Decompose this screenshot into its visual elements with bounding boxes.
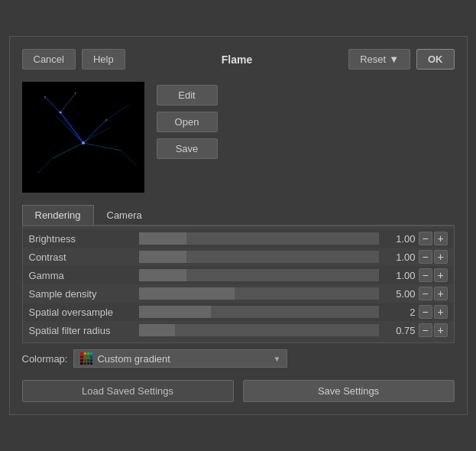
colormap-row: Colormap: Custom gradient [22, 343, 455, 371]
spatial-filter-radius-controls: − + [419, 323, 448, 337]
help-button[interactable]: Help [82, 49, 125, 70]
svg-point-11 [59, 112, 61, 114]
brightness-value: 1.00 [385, 233, 416, 245]
brightness-decrement[interactable]: − [419, 232, 432, 245]
spatial-filter-radius-decrement[interactable]: − [419, 323, 432, 337]
gamma-decrement[interactable]: − [419, 268, 432, 282]
spatial-filter-radius-increment[interactable]: + [434, 323, 448, 337]
contrast-controls: − + [419, 250, 448, 264]
gamma-increment[interactable]: + [434, 268, 448, 282]
flame-preview [22, 82, 144, 193]
contrast-increment[interactable]: + [434, 250, 448, 264]
content-area: Edit Open Save [22, 82, 455, 193]
colormap-label: Colormap: [22, 353, 68, 365]
preview-actions: Edit Open Save [157, 82, 218, 193]
spatial-oversample-label: Spatial oversample [29, 307, 136, 318]
svg-point-13 [44, 96, 46, 98]
save-preview-button[interactable]: Save [157, 138, 218, 159]
load-settings-button[interactable]: Load Saved Settings [22, 380, 234, 402]
svg-rect-0 [22, 82, 144, 193]
contrast-label: Contrast [29, 251, 136, 263]
dialog-footer: Load Saved Settings Save Settings [22, 371, 455, 402]
spatial-filter-radius-label: Spatial filter radius [29, 325, 136, 336]
contrast-slider[interactable] [139, 251, 379, 263]
spatial-filter-radius-slider[interactable] [139, 324, 379, 336]
spatial-filter-radius-value: 0.75 [385, 325, 416, 336]
spatial-oversample-value: 2 [385, 307, 416, 318]
header-right: Reset ▼ OK [348, 49, 454, 70]
sample-density-controls: − + [419, 287, 448, 300]
svg-point-14 [75, 92, 76, 94]
colormap-select[interactable]: Custom gradient ▼ [73, 349, 287, 368]
gamma-slider[interactable] [139, 269, 379, 281]
ok-button[interactable]: OK [416, 49, 455, 70]
dialog-title: Flame [131, 54, 342, 66]
brightness-slider[interactable] [139, 232, 379, 245]
brightness-controls: − + [419, 232, 448, 245]
header-left: Cancel Help [22, 49, 125, 70]
open-button[interactable]: Open [157, 112, 218, 132]
spatial-oversample-controls: − + [419, 305, 448, 319]
flame-dialog: Cancel Help Flame Reset ▼ OK [9, 36, 468, 415]
param-row-contrast: Contrast 1.00 − + [23, 248, 454, 266]
reset-label: Reset [360, 54, 386, 65]
gamma-value: 1.00 [385, 270, 416, 281]
colormap-value: Custom gradient [97, 353, 268, 365]
reset-arrow-icon: ▼ [389, 54, 399, 65]
cancel-button[interactable]: Cancel [22, 49, 76, 70]
param-row-brightness: Brightness 1.00 − + [23, 229, 454, 248]
params-area: Brightness 1.00 − + Contrast 1.00 − [22, 226, 455, 343]
spatial-oversample-increment[interactable]: + [434, 305, 448, 319]
brightness-label: Brightness [29, 233, 136, 245]
edit-button[interactable]: Edit [157, 85, 218, 105]
brightness-increment[interactable]: + [434, 232, 448, 245]
gamma-label: Gamma [29, 270, 136, 281]
sample-density-increment[interactable]: + [434, 287, 448, 300]
spatial-oversample-decrement[interactable]: − [419, 305, 432, 319]
param-row-spatial-oversample: Spatial oversample 2 − + [23, 303, 454, 321]
spatial-oversample-slider[interactable] [139, 306, 379, 318]
sample-density-slider[interactable] [139, 287, 379, 300]
reset-button[interactable]: Reset ▼ [348, 49, 410, 70]
sample-density-label: Sample density [29, 288, 136, 300]
tab-camera[interactable]: Camera [94, 205, 155, 225]
tabs-container: Rendering Camera Brightness 1.00 − + [22, 205, 455, 343]
tab-rendering[interactable]: Rendering [22, 205, 94, 225]
gamma-controls: − + [419, 268, 448, 282]
save-settings-button[interactable]: Save Settings [243, 380, 455, 402]
colormap-dropdown-icon: ▼ [274, 355, 281, 363]
colormap-icon [80, 352, 92, 365]
contrast-decrement[interactable]: − [419, 250, 432, 264]
param-row-gamma: Gamma 1.00 − + [23, 266, 454, 284]
sample-density-decrement[interactable]: − [419, 287, 432, 300]
dialog-header: Cancel Help Flame Reset ▼ OK [22, 49, 455, 70]
contrast-value: 1.00 [385, 251, 416, 263]
tab-bar: Rendering Camera [22, 205, 455, 226]
svg-point-12 [105, 119, 107, 121]
param-row-spatial-filter-radius: Spatial filter radius 0.75 − + [23, 321, 454, 339]
sample-density-value: 5.00 [385, 288, 416, 300]
param-row-sample-density: Sample density 5.00 − + [23, 284, 454, 303]
